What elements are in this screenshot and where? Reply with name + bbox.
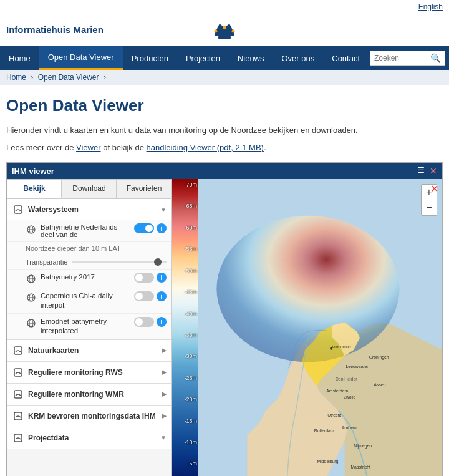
crown-icon	[213, 19, 236, 41]
layer-group-wmr: Reguliere monitoring WMR ▶	[7, 384, 171, 406]
svg-rect-5	[218, 36, 231, 39]
breadcrumb: Home › Open Data Viewer ›	[0, 70, 449, 85]
viewer-menu-icon[interactable]: ☰	[418, 166, 425, 176]
svg-text:Maastricht: Maastricht	[350, 465, 370, 469]
globe-icon-bathymetry2017	[26, 273, 37, 284]
svg-text:Rotterdam: Rotterdam	[314, 429, 334, 433]
layer-item-emodnet: Emodnet bathymetry interpolated i	[7, 314, 171, 339]
link-prefix: Lees meer over de	[6, 143, 74, 152]
layer-group-projectdata: Projectdata ▼	[7, 427, 171, 449]
expand-icon-watersysteem: ▼	[160, 206, 167, 213]
toggle-emodnet[interactable]	[134, 317, 154, 327]
breadcrumb-open-data-viewer[interactable]: Open Data Viewer	[38, 73, 99, 82]
natuurkaarten-icon	[12, 344, 24, 357]
svg-text:Amsterdam: Amsterdam	[326, 389, 348, 393]
colorbar-label-6: -40m	[173, 311, 197, 317]
rws-label: Reguliere monitoring RWS	[28, 368, 123, 377]
transparency-slider[interactable]	[72, 261, 167, 263]
viewer-header-controls: ☰ ✕	[418, 166, 437, 176]
emodnet-controls: i	[134, 317, 167, 327]
layer-group-header-watersysteem[interactable]: Watersysteem ▼	[7, 199, 171, 220]
svg-text:Den Helder: Den Helder	[332, 345, 351, 349]
toggle-bathymetry2017[interactable]	[134, 273, 154, 283]
nav-nieuws[interactable]: Nieuws	[229, 47, 273, 69]
svg-text:Den Helder: Den Helder	[336, 377, 357, 381]
map-area[interactable]: -70m -65m -60m -55m -50m -45m -40m -35m …	[172, 179, 442, 476]
bathymetry2017-controls: i	[134, 273, 167, 283]
bathymetrie-label: Bathymetrie Nederlands deel van de	[41, 223, 132, 238]
nav-over-ons[interactable]: Over ons	[273, 47, 324, 69]
globe-icon-emodnet	[26, 318, 37, 329]
copernicus-label: Copernicus Chl-a daily interpol.	[41, 291, 132, 310]
expand-icon-projectdata: ▼	[160, 434, 167, 441]
tab-download[interactable]: Download	[62, 179, 117, 198]
globe-icon-copernicus	[26, 292, 37, 303]
colorbar-label-9: -25m	[173, 375, 197, 381]
page-links: Lees meer over de Viewer of bekijk de ha…	[6, 142, 443, 154]
nav-home[interactable]: Home	[0, 47, 39, 69]
nav-contact[interactable]: Contact	[323, 47, 369, 69]
colorbar-label-10: -20m	[173, 396, 197, 402]
natuurkaarten-label: Natuurkaarten	[28, 346, 79, 355]
page-title: Open Data Viewer	[6, 96, 443, 115]
projectdata-label: Projectdata	[28, 434, 69, 442]
wmr-icon	[12, 388, 24, 401]
layer-item-copernicus: Copernicus Chl-a daily interpol. i	[7, 288, 171, 314]
colorbar-label-3: -55m	[173, 246, 197, 252]
panel-content: Watersysteem ▼ Bathymetrie Nederlands de…	[7, 199, 171, 476]
bathymetrie-label-group: Bathymetrie Nederlands deel van de	[41, 223, 132, 238]
logo-crown	[212, 17, 237, 42]
colorbar-close-btn[interactable]: ✕	[430, 183, 438, 195]
zoom-out-button[interactable]: −	[422, 200, 437, 215]
tab-favorieten[interactable]: Favorieten	[117, 179, 171, 198]
expand-icon-wmr: ▶	[162, 391, 167, 397]
expand-icon-krm: ▶	[162, 412, 167, 419]
nav-producten[interactable]: Producten	[123, 47, 177, 69]
nav-projecten[interactable]: Projecten	[177, 47, 229, 69]
left-panel: Bekijk Download Favorieten Watersysteem …	[7, 179, 172, 476]
page-content: Open Data Viewer Hieronder vindt u kaart…	[0, 85, 449, 476]
header: Informatiehuis Marien	[0, 14, 449, 46]
info-btn-copernicus[interactable]: i	[157, 291, 167, 301]
nav-open-data-viewer[interactable]: Open Data Viewer	[39, 46, 123, 70]
colorbar-label-1: -65m	[173, 203, 197, 209]
bathymetrie-controls: i	[134, 223, 167, 233]
tab-bekijk[interactable]: Bekijk	[7, 179, 62, 198]
toggle-bathymetrie[interactable]	[134, 223, 154, 233]
manual-link[interactable]: handleiding Viewer (pdf, 2.1 MB)	[147, 143, 264, 152]
language-link[interactable]: English	[418, 2, 443, 11]
layer-group-header-rws[interactable]: Reguliere monitoring RWS ▶	[7, 362, 171, 383]
page-description: Hieronder vindt u kaarten en kunt u data…	[6, 124, 443, 137]
layer-group-header-wmr[interactable]: Reguliere monitoring WMR ▶	[7, 384, 171, 405]
search-input[interactable]	[374, 54, 430, 62]
svg-text:Arnhem: Arnhem	[342, 425, 357, 430]
svg-point-3	[223, 26, 226, 29]
panel-tabs: Bekijk Download Favorieten	[7, 179, 171, 199]
svg-text:Utrecht: Utrecht	[327, 413, 341, 417]
viewer-close-icon[interactable]: ✕	[430, 166, 437, 176]
toggle-copernicus[interactable]	[134, 291, 154, 301]
layer-group-header-projectdata[interactable]: Projectdata ▼	[7, 427, 171, 449]
svg-text:Nijmegen: Nijmegen	[354, 444, 372, 449]
info-btn-emodnet[interactable]: i	[157, 317, 167, 327]
layer-group-krm: KRM bevroren monitoringsdata IHM ▶	[7, 406, 171, 427]
layer-group-rws: Reguliere monitoring RWS ▶	[7, 362, 171, 384]
viewer-link[interactable]: Viewer	[76, 143, 101, 152]
colorbar-label-2: -60m	[173, 225, 197, 231]
bathymetrie-sublabel: Noordzee dieper dan 10 m LAT	[7, 242, 171, 255]
viewer-title: IHM viewer	[12, 167, 54, 176]
svg-point-2	[215, 29, 218, 32]
layer-group-header-natuurkaarten[interactable]: Natuurkaarten ▶	[7, 340, 171, 361]
colorbar-label-8: -30m	[173, 353, 197, 359]
site-title: Informatiehuis Marien	[6, 24, 104, 35]
layer-group-header-krm[interactable]: KRM bevroren monitoringsdata IHM ▶	[7, 406, 171, 427]
copernicus-controls: i	[134, 291, 167, 301]
breadcrumb-home[interactable]: Home	[6, 73, 26, 82]
slider-thumb	[154, 258, 162, 266]
wmr-label: Reguliere monitoring WMR	[28, 390, 124, 399]
transparency-row: Transparantie	[7, 255, 171, 270]
search-bar[interactable]: 🔍	[370, 51, 445, 66]
info-btn-bathymetrie[interactable]: i	[157, 223, 167, 233]
colorbar-label-5: -45m	[173, 289, 197, 295]
info-btn-bathymetry2017[interactable]: i	[157, 273, 167, 283]
